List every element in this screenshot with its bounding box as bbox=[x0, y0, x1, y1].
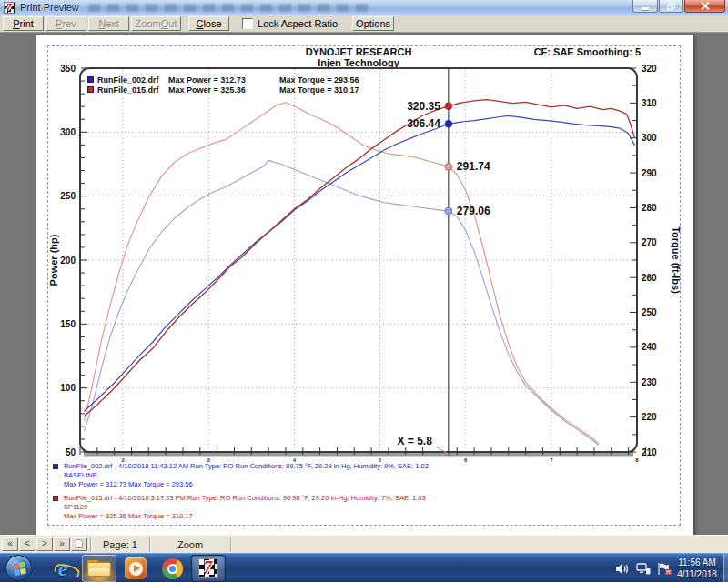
internet-explorer-icon: e bbox=[58, 557, 68, 581]
windows-logo-icon bbox=[13, 562, 26, 577]
chart-legend: RunFile_002.drf Max Power = 312.73 Max T… bbox=[87, 75, 359, 95]
svg-text:290: 290 bbox=[642, 168, 657, 178]
curve-runfile-015-power bbox=[85, 100, 635, 416]
show-desktop-button[interactable] bbox=[723, 554, 728, 582]
page-icon bbox=[76, 539, 83, 548]
curve-runfile-002-power bbox=[85, 115, 635, 411]
cursor-dot-runfile-015-power bbox=[445, 103, 452, 110]
media-player-icon bbox=[125, 557, 147, 579]
legend-swatch-red bbox=[87, 86, 94, 93]
cursor-dot-runfile-002-power bbox=[445, 120, 452, 127]
next-page-button[interactable]: Next bbox=[88, 16, 129, 31]
winpep-app-icon: 7 bbox=[4, 2, 15, 14]
run-note-runfile-015: RunFile_015.drf - 4/10/2018 3:17:23 PM R… bbox=[53, 494, 562, 521]
taskbar-clock[interactable]: 11:56 AM 4/11/2018 bbox=[673, 557, 721, 580]
taskbar-internet-explorer[interactable]: e bbox=[46, 555, 80, 582]
svg-text:230: 230 bbox=[642, 377, 657, 387]
svg-text:8: 8 bbox=[635, 457, 639, 463]
chrome-icon bbox=[162, 558, 183, 579]
preview-statusbar: « < > » Page: 1 Zoom bbox=[0, 535, 728, 553]
close-window-button[interactable] bbox=[684, 0, 725, 13]
cursor-dot-runfile-002-torque bbox=[445, 207, 452, 215]
lock-aspect-ratio-label: Lock Aspect Ratio bbox=[258, 18, 338, 29]
cursor-dot-runfile-015-torque bbox=[445, 163, 452, 170]
desktop: 7 Print Preview Print Prev Next Zoom Out… bbox=[0, 0, 728, 582]
close-preview-button[interactable]: Close bbox=[188, 16, 229, 31]
winpep-checkered-icon: 7 bbox=[198, 558, 218, 578]
svg-text:150: 150 bbox=[60, 319, 76, 329]
cursor-value-runfile-015-power: 320.35 bbox=[407, 100, 440, 113]
clock-time: 11:56 AM bbox=[673, 557, 721, 568]
print-button[interactable]: Print bbox=[3, 16, 44, 31]
legend-row-runfile-015: RunFile_015.drf Max Power = 325.36 Max T… bbox=[87, 85, 359, 95]
page-navigation: « < > » bbox=[0, 537, 90, 551]
dyno-plot: 5010015020025030035021022023024025026027… bbox=[36, 35, 693, 535]
page-indicator: Page: 1 bbox=[91, 539, 149, 550]
speaker-icon[interactable] bbox=[616, 563, 630, 575]
zoom-panel: Zoom bbox=[150, 539, 230, 550]
taskbar-winpep-active[interactable]: 7 bbox=[191, 555, 226, 582]
windows-taskbar: e 7 bbox=[0, 553, 728, 582]
folder-icon bbox=[87, 560, 111, 577]
legend-row-runfile-002: RunFile_002.drf Max Power = 312.73 Max T… bbox=[87, 75, 359, 85]
page-setup-button[interactable] bbox=[71, 537, 87, 551]
svg-text:250: 250 bbox=[60, 191, 76, 201]
svg-text:220: 220 bbox=[642, 412, 657, 422]
svg-text:250: 250 bbox=[642, 307, 657, 317]
redacted-title-text bbox=[88, 4, 370, 12]
svg-text:310: 310 bbox=[642, 98, 657, 108]
clock-date: 4/11/2018 bbox=[673, 568, 721, 580]
curve-runfile-002-torque bbox=[85, 160, 599, 445]
svg-text:280: 280 bbox=[642, 203, 657, 213]
preview-area: DYNOJET RESEARCH Injen Technology CF: SA… bbox=[0, 33, 728, 535]
restore-icon bbox=[667, 3, 675, 10]
taskbar-windows-explorer[interactable] bbox=[82, 555, 116, 582]
run-swatch-blue bbox=[53, 464, 58, 469]
first-page-button[interactable]: « bbox=[2, 537, 18, 551]
svg-text:270: 270 bbox=[642, 237, 657, 247]
minimize-button[interactable] bbox=[632, 0, 658, 13]
restore-button[interactable] bbox=[659, 0, 683, 13]
print-preview-toolbar: Print Prev Next Zoom Out Close Lock Aspe… bbox=[0, 15, 728, 33]
svg-text:300: 300 bbox=[642, 133, 657, 143]
cursor-value-runfile-002-power: 306.44 bbox=[407, 117, 440, 130]
previous-page-button[interactable]: < bbox=[19, 537, 35, 551]
run-note-runfile-002: RunFile_002.drf - 4/10/2018 11:43:12 AM … bbox=[53, 462, 562, 489]
window-title: Print Preview bbox=[20, 2, 79, 13]
last-page-button[interactable]: » bbox=[54, 537, 70, 551]
notification-area bbox=[610, 554, 672, 582]
start-button[interactable] bbox=[5, 555, 32, 581]
network-icon[interactable] bbox=[636, 563, 651, 575]
cursor-value-runfile-015-torque: 291.74 bbox=[457, 160, 490, 173]
svg-text:300: 300 bbox=[60, 127, 76, 137]
svg-text:100: 100 bbox=[60, 383, 76, 393]
cursor-value-runfile-002-torque: 279.06 bbox=[457, 205, 490, 217]
svg-text:210: 210 bbox=[642, 447, 657, 457]
lock-aspect-ratio-checkbox[interactable] bbox=[242, 18, 253, 29]
next-page-button-small[interactable]: > bbox=[36, 537, 53, 551]
taskbar-media-player[interactable] bbox=[118, 555, 153, 582]
svg-text:200: 200 bbox=[60, 256, 76, 266]
svg-text:50: 50 bbox=[66, 447, 76, 457]
close-icon bbox=[701, 2, 709, 10]
preview-page: DYNOJET RESEARCH Injen Technology CF: SA… bbox=[36, 35, 693, 535]
minimize-icon bbox=[642, 7, 649, 10]
window-controls bbox=[632, 0, 725, 13]
taskbar-chrome[interactable] bbox=[155, 555, 189, 582]
prev-page-button[interactable]: Prev bbox=[46, 16, 86, 31]
curve-runfile-015-torque bbox=[85, 103, 599, 444]
zoom-out-button[interactable]: Zoom Out bbox=[131, 16, 181, 31]
options-button[interactable]: Options bbox=[352, 16, 394, 31]
legend-swatch-blue bbox=[87, 76, 94, 83]
svg-text:240: 240 bbox=[642, 342, 657, 352]
svg-text:260: 260 bbox=[642, 273, 657, 283]
lock-aspect-ratio-option: Lock Aspect Ratio bbox=[242, 18, 338, 29]
svg-text:320: 320 bbox=[642, 64, 657, 74]
svg-text:350: 350 bbox=[60, 64, 76, 74]
action-center-flag-icon[interactable] bbox=[657, 563, 672, 575]
statusbar-separator bbox=[230, 537, 231, 552]
window-titlebar: 7 Print Preview bbox=[0, 0, 728, 15]
run-swatch-red bbox=[53, 496, 58, 501]
cursor-x-label: X = 5.8 bbox=[397, 435, 432, 447]
